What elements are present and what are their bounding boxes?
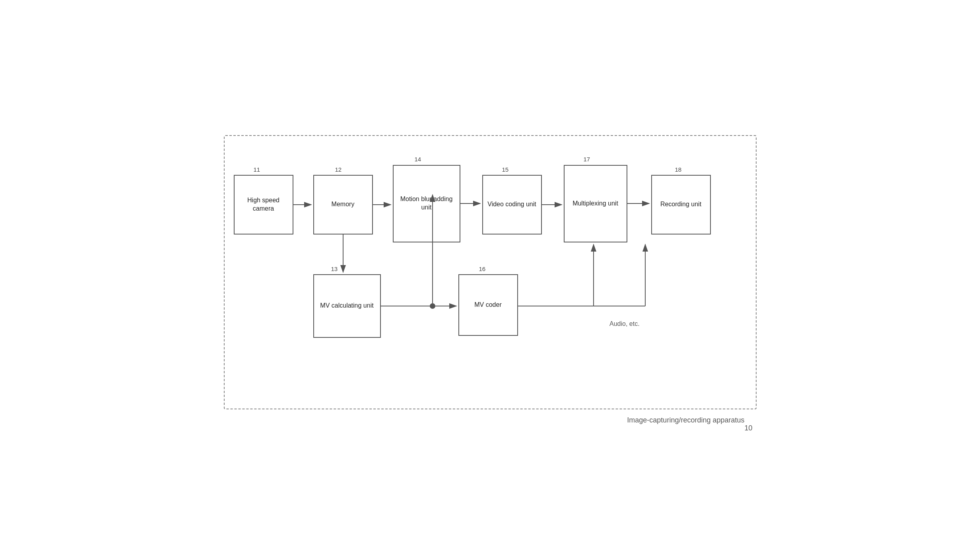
block-multiplexing: Multiplexing unit [564,165,627,242]
block-number-12: 12 [335,166,342,173]
block-number-13: 13 [331,265,338,272]
apparatus-number: 10 [744,424,752,432]
block-number-15: 15 [502,166,509,173]
block-mv-coder: MV coder [458,274,518,336]
block-number-14: 14 [415,156,421,163]
block-label-vcu: Video coding unit [487,200,536,209]
block-memory: Memory [313,175,373,234]
block-label-mxu: Multiplexing unit [572,200,618,208]
diagram-container: High speed camera 11 Memory 12 Motion bl… [212,123,768,433]
block-label-mbu: Motion blur adding unit [397,195,456,212]
block-number-18: 18 [675,166,682,173]
block-mv-calculating: MV calculating unit [313,274,381,338]
block-label-mvc: MV calculating unit [320,302,373,310]
apparatus-label: Image-capturing/recording apparatus [627,416,744,424]
block-label-mvd: MV coder [474,301,501,309]
block-number-16: 16 [479,265,486,272]
block-recording: Recording unit [651,175,711,234]
block-label-camera: High speed camera [238,196,289,213]
block-number-11: 11 [254,166,260,173]
block-label-rec: Recording unit [660,200,701,209]
block-label-memory: Memory [332,200,355,209]
block-motion-blur: Motion blur adding unit [393,165,460,242]
block-number-17: 17 [584,156,590,163]
block-video-coding: Video coding unit [482,175,542,234]
block-high-speed-camera: High speed camera [234,175,293,234]
